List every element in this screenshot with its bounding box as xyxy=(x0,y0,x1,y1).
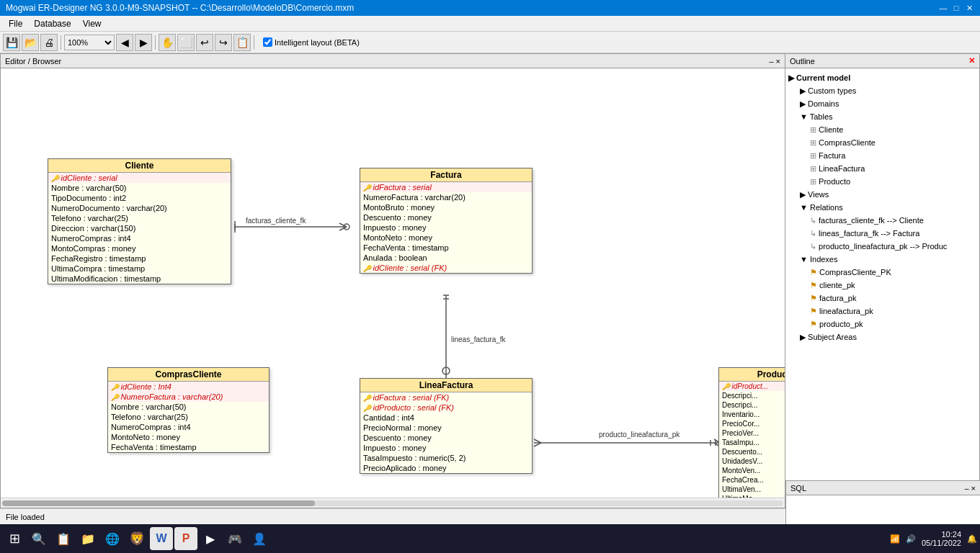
idx-icon-3: ⚑ xyxy=(810,294,819,302)
word-button[interactable]: W xyxy=(150,527,173,550)
table-factura-row: MontoNeto : money xyxy=(360,233,532,243)
table-icon-comprascliente: ⊞ xyxy=(810,138,819,147)
titlebar: Mogwai ER-Designer NG 3.0.0-M9-SNAPSHOT … xyxy=(0,0,980,16)
table-lineafactura-fk1: idFactura : serial (FK) xyxy=(360,392,532,403)
table-icon-factura: ⊞ xyxy=(810,151,819,160)
toolbar: 💾 📂 🖨 50% 75% 100% 150% 200% ◀ ▶ ✋ ⬜ ↩ ↪… xyxy=(0,32,980,53)
zoom-down-button[interactable]: ◀ xyxy=(116,34,133,51)
explorer-button[interactable]: 📁 xyxy=(76,527,99,550)
powerpoint-button[interactable]: P xyxy=(174,527,197,550)
network-icon: 📶 xyxy=(890,534,900,544)
table-lineafactura-row: Descuento : money xyxy=(360,433,532,443)
outline-controls[interactable]: ✕ xyxy=(968,56,975,66)
save-button[interactable]: 💾 xyxy=(3,34,20,51)
outline-header: Outline ✕ xyxy=(785,54,979,68)
sql-title: SQL xyxy=(790,484,806,493)
maximize-button[interactable]: □ xyxy=(951,3,961,13)
table-producto-pk: idProduct... xyxy=(719,382,785,391)
media-button[interactable]: ▶ xyxy=(199,527,222,550)
profile-button[interactable]: 👤 xyxy=(248,527,271,550)
table-cliente-row: Direccion : varchar(150) xyxy=(48,223,231,233)
table-cliente-row: UltimaCompra : timestamp xyxy=(48,264,231,274)
tree-rel-facturas-cliente[interactable]: ↳ facturas_cliente_fk --> Cliente xyxy=(788,214,976,227)
table-comprascliente[interactable]: ComprasCliente idCliente : Int4 NumeroFa… xyxy=(107,367,270,453)
editor-controls[interactable]: – × xyxy=(769,57,780,66)
taskbar: ⊞ 🔍 📋 📁 🌐 🦁 W P ▶ 🎮 👤 📶 🔊 10:24 05/11/20… xyxy=(0,524,980,553)
search-button[interactable]: 🔍 xyxy=(27,527,50,550)
tree-idx-lineafactura[interactable]: ⚑ lineafactura_pk xyxy=(788,305,976,318)
table-cliente-row: Telefono : varchar(25) xyxy=(48,213,231,223)
idx-icon-2: ⚑ xyxy=(810,281,819,289)
table-factura-row: NumeroFactura : varchar(20) xyxy=(360,192,532,202)
print-button[interactable]: 🖨 xyxy=(40,34,58,51)
pan-button[interactable]: ✋ xyxy=(159,34,176,51)
table-cliente[interactable]: Cliente idCliente : serial Nombre : varc… xyxy=(48,158,231,284)
table-cliente-row: NumeroDocumento : varchar(20) xyxy=(48,203,231,213)
table-lineafactura[interactable]: LineaFactura idFactura : serial (FK) idP… xyxy=(360,378,533,474)
game-button[interactable]: 🎮 xyxy=(223,527,246,550)
edge-button[interactable]: 🌐 xyxy=(101,527,124,550)
tree-custom-types[interactable]: ▶ Custom types xyxy=(788,84,976,97)
tree-table-comprascliente[interactable]: ⊞ ComprasCliente xyxy=(788,136,976,149)
redo-button[interactable]: ↪ xyxy=(215,34,232,51)
tree-indexes[interactable]: ▼ Indexes xyxy=(788,253,976,266)
outline-body[interactable]: ▶ Current model ▶ Custom types ▶ Domains… xyxy=(785,68,979,508)
menubar: File Database View xyxy=(0,16,980,32)
notification-icon[interactable]: 🔔 xyxy=(967,534,977,544)
table-producto[interactable]: Producto idProduct... Descripci... Descr… xyxy=(718,367,785,498)
table-lineafactura-row: PrecioAplicado : money xyxy=(360,463,532,473)
tree-idx-producto[interactable]: ⚑ producto_pk xyxy=(788,318,976,331)
svg-text:producto_lineafactura_pk: producto_lineafactura_pk xyxy=(599,431,680,439)
tree-idx-comprascliente[interactable]: ⚑ ComprasCliente_PK xyxy=(788,266,976,279)
sql-controls[interactable]: – × xyxy=(964,484,976,493)
taskbar-clock[interactable]: 10:24 05/11/2022 xyxy=(922,530,961,547)
intelligent-layout-label: Intelligent layout (BETA) xyxy=(275,38,360,47)
tree-domains[interactable]: ▶ Domains xyxy=(788,97,976,110)
table-comprascliente-pk1: idCliente : Int4 xyxy=(108,382,269,392)
close-button[interactable]: ✕ xyxy=(964,3,974,13)
tree-tables[interactable]: ▼ Tables xyxy=(788,110,976,123)
undo-button[interactable]: ↩ xyxy=(196,34,213,51)
table-comprascliente-header: ComprasCliente xyxy=(108,368,269,382)
tree-expand-subject: ▶ xyxy=(800,333,808,341)
table-producto-row: Descripci... xyxy=(719,400,785,410)
separator-1 xyxy=(61,35,61,50)
tree-relations[interactable]: ▼ Relations xyxy=(788,201,976,214)
tree-expand-tables: ▼ xyxy=(800,112,810,121)
table-producto-row: UltimaVen... xyxy=(719,485,785,494)
minimize-button[interactable]: — xyxy=(938,3,948,13)
tree-rel-producto-linea[interactable]: ↳ producto_lineafactura_pk --> Produc xyxy=(788,240,976,253)
table-factura[interactable]: Factura idFactura : serial NumeroFactura… xyxy=(360,168,533,274)
menu-view[interactable]: View xyxy=(77,17,107,30)
svg-point-6 xyxy=(344,224,349,230)
copy-button[interactable]: 📋 xyxy=(233,34,251,51)
table-icon-producto: ⊞ xyxy=(810,177,819,186)
tree-table-lineafactura[interactable]: ⊞ LineaFactura xyxy=(788,162,976,175)
outline-panel: Outline ✕ ▶ Current model ▶ Custom types… xyxy=(785,53,980,508)
horizontal-scrollbar[interactable] xyxy=(1,498,785,508)
tree-current-model: ▶ Current model xyxy=(788,71,976,84)
tree-rel-lineas-factura[interactable]: ↳ lineas_factura_fk --> Factura xyxy=(788,227,976,240)
tree-idx-cliente[interactable]: ⚑ cliente_pk xyxy=(788,279,976,292)
fit-button[interactable]: ⬜ xyxy=(177,34,195,51)
browser-button[interactable]: 🦁 xyxy=(125,527,148,550)
tree-subject-areas[interactable]: ▶ Subject Areas xyxy=(788,331,976,343)
tree-table-factura[interactable]: ⊞ Factura xyxy=(788,149,976,162)
start-button[interactable]: ⊞ xyxy=(3,527,26,550)
tree-table-producto[interactable]: ⊞ Producto xyxy=(788,175,976,188)
taskview-button[interactable]: 📋 xyxy=(52,527,75,550)
tree-table-cliente[interactable]: ⊞ Cliente xyxy=(788,123,976,136)
table-producto-row: PrecioCor... xyxy=(719,419,785,428)
tree-views[interactable]: ▶ Views xyxy=(788,188,976,201)
table-comprascliente-row: FechaVenta : timestamp xyxy=(108,442,269,452)
zoom-select[interactable]: 50% 75% 100% 150% 200% xyxy=(64,35,115,50)
open-button[interactable]: 📂 xyxy=(22,34,39,51)
tree-idx-factura[interactable]: ⚑ factura_pk xyxy=(788,292,976,305)
zoom-up-button[interactable]: ▶ xyxy=(135,34,152,51)
menu-file[interactable]: File xyxy=(3,17,28,30)
table-icon-lineafactura: ⊞ xyxy=(810,164,819,173)
editor-canvas[interactable]: facturas_cliente_fk lineas_factura_fk xyxy=(1,68,785,498)
intelligent-layout-checkbox[interactable] xyxy=(263,37,272,47)
editor-header: Editor / Browser – × xyxy=(1,54,785,68)
menu-database[interactable]: Database xyxy=(28,17,76,30)
